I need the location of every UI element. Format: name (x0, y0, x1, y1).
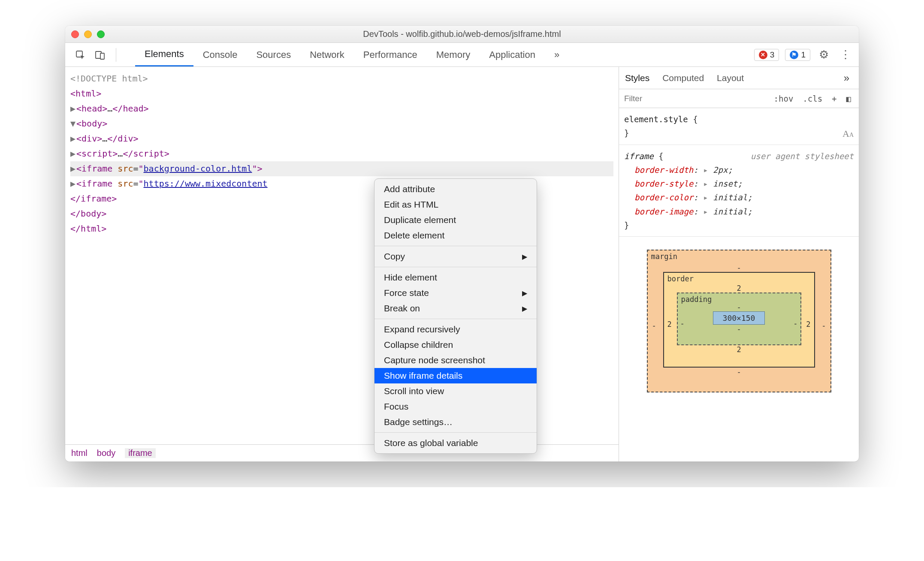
filter-input[interactable] (619, 94, 701, 103)
bm-padding[interactable]: padding - - - 300×150 - (677, 293, 801, 345)
ua-stylesheet-note: user agent stylesheet (751, 149, 854, 163)
separator (116, 48, 116, 62)
titlebar: DevTools - wolfib.github.io/web-demos/js… (65, 26, 859, 43)
tab-elements[interactable]: Elements (135, 43, 193, 66)
ctx-add-attribute[interactable]: Add attribute (374, 181, 537, 197)
window-title: DevTools - wolfib.github.io/web-demos/js… (65, 29, 859, 39)
ctx-break-on[interactable]: Break on▶ (374, 301, 537, 316)
tab-layout[interactable]: Layout (717, 73, 744, 83)
bm-margin[interactable]: margin - - - border 2 2 2 padding - - - (647, 250, 831, 392)
box-model[interactable]: margin - - - border 2 2 2 padding - - - (619, 237, 859, 405)
styles-filter-bar: :hov .cls + ◧ (619, 89, 859, 108)
crumb-html[interactable]: html (71, 448, 88, 458)
more-tabs-icon[interactable]: » (545, 43, 569, 66)
context-menu: Add attribute Edit as HTML Duplicate ele… (374, 178, 537, 454)
ctx-duplicate[interactable]: Duplicate element (374, 212, 537, 228)
ctx-edit-html[interactable]: Edit as HTML (374, 197, 537, 212)
dom-iframe-selected[interactable]: ••• ▶<iframe src="background-color.html"… (70, 161, 613, 176)
hov-button[interactable]: :hov (771, 93, 796, 104)
ctx-sep (374, 319, 537, 319)
styles-tabs: Styles Computed Layout » (619, 67, 859, 89)
issue-count: 1 (801, 50, 806, 60)
error-count: 3 (770, 50, 775, 60)
ctx-hide[interactable]: Hide element (374, 270, 537, 285)
panels-container: <!DOCTYPE html> <html> ▶<head>…</head> ▼… (65, 67, 859, 461)
error-icon: ✕ (759, 51, 767, 59)
ctx-force-state[interactable]: Force state▶ (374, 285, 537, 301)
settings-icon[interactable]: ⚙ (816, 48, 831, 61)
toolbar-right: ✕ 3 ⚑ 1 ⚙ ⋮ (754, 48, 854, 61)
main-toolbar: Elements Console Sources Network Perform… (65, 43, 859, 67)
tab-styles[interactable]: Styles (625, 73, 649, 83)
ctx-sep (374, 432, 537, 433)
ctx-store-global[interactable]: Store as global variable (374, 435, 537, 451)
device-toolbar-icon[interactable] (93, 48, 107, 62)
ctx-sep (374, 246, 537, 246)
element-style-rule[interactable]: element.style { } AA (619, 108, 859, 145)
tab-performance[interactable]: Performance (354, 43, 427, 66)
tab-memory[interactable]: Memory (427, 43, 480, 66)
devtools-window: DevTools - wolfib.github.io/web-demos/js… (65, 26, 859, 461)
crumb-iframe[interactable]: iframe (125, 448, 156, 458)
ctx-sep (374, 267, 537, 267)
errors-badge[interactable]: ✕ 3 (754, 49, 779, 61)
new-rule-button[interactable]: + (829, 93, 839, 104)
ctx-delete[interactable]: Delete element (374, 228, 537, 243)
panel-tabs: Elements Console Sources Network Perform… (135, 43, 569, 66)
ctx-collapse[interactable]: Collapse children (374, 337, 537, 353)
elements-panel: <!DOCTYPE html> <html> ▶<head>…</head> ▼… (65, 67, 619, 461)
dom-head[interactable]: ▶<head>…</head> (70, 101, 613, 116)
bm-border[interactable]: border 2 2 2 padding - - - 300×150 - 2 (663, 272, 815, 368)
filter-buttons: :hov .cls + ◧ (771, 93, 859, 104)
svg-rect-2 (100, 53, 104, 59)
tab-sources[interactable]: Sources (247, 43, 300, 66)
dom-body-open[interactable]: ▼<body> (70, 116, 613, 131)
ctx-expand[interactable]: Expand recursively (374, 322, 537, 337)
tab-application[interactable]: Application (480, 43, 545, 66)
dom-doctype[interactable]: <!DOCTYPE html> (70, 71, 613, 86)
submenu-arrow-icon: ▶ (522, 253, 527, 261)
tab-computed[interactable]: Computed (662, 73, 704, 83)
tab-network[interactable]: Network (300, 43, 354, 66)
ctx-scroll[interactable]: Scroll into view (374, 383, 537, 399)
iframe-ua-rule[interactable]: iframe { user agent stylesheet border-wi… (619, 145, 859, 237)
dom-script[interactable]: ▶<script>…</script> (70, 146, 613, 161)
issue-icon: ⚑ (790, 51, 798, 59)
issues-badge[interactable]: ⚑ 1 (785, 49, 810, 61)
styles-panel: Styles Computed Layout » :hov .cls + ◧ e… (619, 67, 859, 461)
bm-content[interactable]: 300×150 (713, 311, 765, 325)
submenu-arrow-icon: ▶ (522, 289, 527, 297)
ctx-focus[interactable]: Focus (374, 399, 537, 414)
submenu-arrow-icon: ▶ (522, 305, 527, 313)
ctx-badge[interactable]: Badge settings… (374, 414, 537, 430)
ctx-screenshot[interactable]: Capture node screenshot (374, 353, 537, 368)
more-style-tabs-icon[interactable]: » (840, 72, 853, 84)
crumb-body[interactable]: body (97, 448, 115, 458)
inspect-element-icon[interactable] (73, 48, 88, 62)
more-menu-icon[interactable]: ⋮ (837, 48, 854, 61)
dom-div[interactable]: ▶<div>…</div> (70, 131, 613, 146)
tab-console[interactable]: Console (193, 43, 247, 66)
font-size-icon[interactable]: AA (842, 126, 854, 142)
ctx-iframe-details[interactable]: Show iframe details (374, 368, 537, 383)
cls-button[interactable]: .cls (800, 93, 825, 104)
ctx-copy[interactable]: Copy▶ (374, 249, 537, 264)
toggle-sidebar-icon[interactable]: ◧ (844, 93, 854, 104)
dom-html-open[interactable]: <html> (70, 86, 613, 101)
